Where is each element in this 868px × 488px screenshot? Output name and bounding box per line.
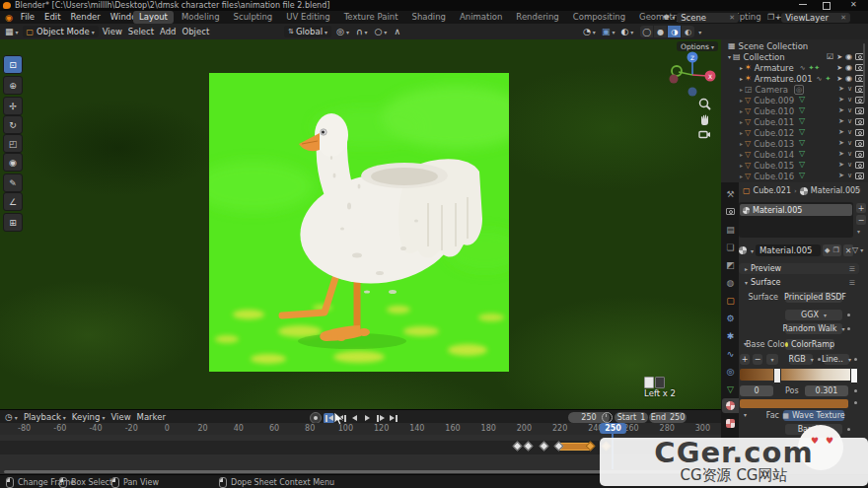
remove-slot-button[interactable]: − (856, 215, 866, 225)
stopwatch-icon[interactable] (602, 412, 613, 423)
browse-material-icon[interactable] (739, 246, 747, 254)
menu-view-timeline[interactable]: View (108, 411, 132, 423)
eye-closed-icon[interactable]: ∨ (847, 161, 852, 169)
disclosure-icon[interactable]: ▸ (740, 64, 743, 71)
selectable-icon[interactable]: ➤ (838, 139, 844, 147)
workspace-tab-sculpting[interactable]: Sculpting (228, 11, 279, 24)
workspace-tab-layout[interactable]: Layout (133, 11, 174, 24)
workspace-tab-shading[interactable]: Shading (405, 11, 452, 24)
animate-dot[interactable] (854, 401, 857, 404)
material-name-field[interactable]: Material.005 (756, 244, 821, 256)
frame-end-field[interactable]: End 250 (649, 412, 687, 423)
disclosure-icon[interactable]: ▸ (740, 75, 743, 82)
colorramp-gradient-bar[interactable] (740, 369, 856, 381)
outliner-row-cube[interactable]: ▸ ▽ Cube.014 (738, 149, 794, 160)
animate-dot[interactable] (847, 327, 850, 330)
animate-dot[interactable] (854, 358, 857, 361)
workspace-tab-animation[interactable]: Animation (454, 11, 508, 24)
outliner-row-cube[interactable]: ▸ ▽ Cube.011 (738, 116, 794, 127)
distribution-dropdown[interactable]: GGX▾ (785, 310, 842, 320)
selectable-icon[interactable]: ➤ (838, 161, 844, 169)
tool-measure[interactable]: ∠ (3, 192, 23, 211)
tool-select-box[interactable]: ⊡ (3, 55, 23, 74)
tab-object[interactable]: ▢ (723, 293, 738, 308)
surface-shader-button[interactable]: Principled BSDF (785, 292, 842, 303)
render-visibility-icon[interactable] (855, 129, 864, 136)
menu-object[interactable]: Object (181, 26, 212, 37)
shading-material-preview-icon[interactable]: ◑ (668, 26, 681, 37)
menu-add[interactable]: Add (158, 26, 178, 37)
render-visibility-icon[interactable] (855, 162, 864, 169)
workspace-tab-rendering[interactable]: Rendering (510, 11, 564, 24)
tool-cursor[interactable]: ⊕ (3, 76, 23, 95)
eye-closed-icon[interactable]: ∨ (847, 85, 852, 93)
tab-modifiers[interactable]: ⚙ (723, 311, 738, 325)
show-object-types-icon[interactable]: ◔▾ (581, 26, 598, 37)
outliner-row-cube[interactable]: ▸ ▽ Cube.012 (738, 127, 794, 138)
ramp-delete-button[interactable]: − (753, 354, 762, 365)
tool-scale[interactable]: ◰ (3, 134, 23, 153)
breadcrumb-object[interactable]: Cube.021 (754, 186, 791, 195)
selectable-icon[interactable]: ➤ (838, 85, 844, 93)
render-visibility-icon[interactable] (855, 118, 864, 125)
animate-dot[interactable] (818, 358, 821, 361)
outliner-row-scene-collection[interactable]: ▦ Scene Collection (728, 40, 808, 51)
maximize-icon[interactable] (823, 2, 831, 10)
tool-rotate[interactable]: ↻ (3, 115, 23, 134)
animate-dot[interactable] (847, 428, 850, 431)
outliner-row-collection[interactable]: ▾ ▤ Collection (726, 51, 785, 62)
overlays-icon[interactable]: ◐▾ (618, 26, 635, 37)
drag-handle-icon[interactable]: ☰ (849, 265, 855, 273)
tab-world[interactable]: ◍ (723, 275, 738, 290)
tab-output[interactable]: ▤ (723, 222, 738, 237)
snap-magnet-icon[interactable]: ∩▾ (354, 26, 370, 37)
slot-specials-icon[interactable]: ▾ (857, 228, 860, 235)
workspace-tab-modeling[interactable]: Modeling (176, 11, 226, 24)
pin-icon[interactable]: ⚐ (854, 186, 861, 195)
eye-closed-icon[interactable]: ∨ (847, 106, 852, 114)
eye-closed-icon[interactable]: ∨ (847, 139, 852, 147)
scene-icon[interactable]: ♚ (663, 13, 670, 22)
eye-closed-icon[interactable]: ∨ (847, 150, 852, 158)
scene-selector[interactable]: Scene ✕ (677, 13, 739, 23)
tab-constraints[interactable]: ◎ (723, 364, 738, 379)
shading-dropdown-icon[interactable]: ▾ (698, 29, 701, 35)
tab-tool[interactable]: ⚒ (723, 186, 738, 201)
selectable-icon[interactable]: ➤ (836, 64, 842, 72)
tab-material[interactable] (722, 398, 739, 413)
tab-object-data[interactable]: ▽ (723, 382, 738, 396)
outliner-row-cube[interactable]: ▸ ▽ Cube.013 (738, 138, 794, 149)
eye-icon[interactable]: ◉ (845, 52, 852, 61)
copy-datablock-icon[interactable]: ❐ (832, 246, 838, 254)
viewport-zoom-icon[interactable] (698, 98, 711, 110)
gizmos-icon[interactable]: ▣▾ (600, 26, 617, 37)
viewport-camera-icon[interactable] (698, 129, 711, 140)
subsurface-method-dropdown[interactable]: Random Walk▾ (785, 323, 842, 334)
selectable-icon[interactable]: ➤ (838, 117, 844, 125)
tab-texture[interactable] (723, 416, 738, 431)
workspace-tab-texture-paint[interactable]: Texture Paint (338, 11, 404, 24)
eye-icon[interactable]: ◉ (845, 74, 852, 83)
pivot-point-selector[interactable]: ◎▾ (334, 26, 351, 37)
animate-dot[interactable] (854, 389, 857, 392)
menu-file[interactable]: File (16, 11, 39, 24)
selectable-icon[interactable]: ➤ (838, 96, 844, 104)
editor-type-icon[interactable]: ▦▾ (3, 26, 21, 37)
menu-view[interactable]: View (101, 26, 124, 37)
ramp-handle-end[interactable] (850, 368, 858, 383)
outliner-scrollbar[interactable] (863, 43, 865, 103)
render-visibility-icon[interactable] (855, 107, 864, 114)
ramp-handle-selected[interactable] (773, 368, 781, 383)
selectable-icon[interactable]: ➤ (838, 150, 844, 158)
tab-render[interactable] (723, 204, 738, 219)
ramp-specials-dropdown[interactable]: ▾ (766, 354, 778, 365)
current-frame-badge[interactable]: 250 (600, 423, 626, 434)
eye-closed-icon[interactable]: ∨ (847, 128, 852, 136)
outliner-row-cube[interactable]: ▸ ▽ Cube.009 (738, 95, 794, 105)
blender-menu-icon[interactable]: ◉ (5, 13, 13, 23)
outliner-row-cube[interactable]: ▸ ▽ Cube.010 (738, 105, 794, 116)
frame-start-field[interactable]: Start 1 (615, 412, 648, 423)
ramp-pos-field[interactable]: 0.301 (805, 385, 848, 396)
close-icon[interactable]: ✕ (850, 0, 857, 9)
ramp-color-mode-dropdown[interactable]: RGB▾ (789, 354, 813, 365)
